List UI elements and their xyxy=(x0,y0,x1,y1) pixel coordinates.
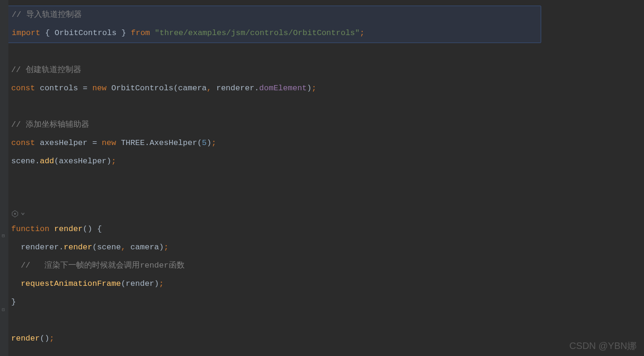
code-editor[interactable]: // 导入轨道控制器 import { OrbitControls } from… xyxy=(0,0,644,348)
constructor-name: OrbitControls xyxy=(111,82,173,95)
keyword-function: function xyxy=(11,223,54,236)
code-line-empty[interactable] xyxy=(8,98,644,116)
function-name: render xyxy=(54,223,83,236)
code-line-empty[interactable] xyxy=(8,312,644,330)
code-line-empty[interactable] xyxy=(8,189,644,207)
identifier: axesHelper xyxy=(40,137,92,150)
identifier: render xyxy=(126,277,154,291)
code-line[interactable]: } xyxy=(8,293,644,312)
code-line[interactable]: import { OrbitControls } from "three/exa… xyxy=(9,24,541,43)
code-line[interactable]: requestAnimationFrame(render); xyxy=(8,275,644,293)
code-line[interactable]: const controls = new OrbitControls(camer… xyxy=(8,80,644,98)
code-line-empty[interactable] xyxy=(8,43,644,61)
number-literal: 5 xyxy=(202,137,207,150)
identifier: OrbitControls xyxy=(55,27,117,40)
code-line[interactable]: render(); xyxy=(8,330,644,348)
method-name: requestAnimationFrame xyxy=(21,277,121,291)
keyword-import: import xyxy=(12,27,40,40)
keyword-const: const xyxy=(11,82,40,95)
keyword-from: from xyxy=(131,27,150,40)
identifier: controls xyxy=(40,82,83,95)
code-line[interactable]: function render() { xyxy=(8,220,644,239)
method-name: render xyxy=(64,241,92,254)
string-literal: "three/examples/jsm/controls/OrbitContro… xyxy=(155,27,360,40)
keyword-new: new xyxy=(92,82,111,95)
identifier: renderer xyxy=(21,241,59,254)
code-line-empty[interactable] xyxy=(8,171,644,189)
method-name: add xyxy=(40,155,54,168)
chevron-down-icon xyxy=(21,211,25,216)
comment-text: // 添加坐标轴辅助器 xyxy=(11,118,89,132)
code-hint-icon[interactable] xyxy=(11,210,25,218)
code-content: // 导入轨道控制器 import { OrbitControls } from… xyxy=(8,0,644,348)
method-name: render xyxy=(11,332,40,346)
identifier: scene xyxy=(97,241,121,254)
keyword-new: new xyxy=(102,137,121,150)
code-line-hint[interactable] xyxy=(8,207,644,220)
identifier: scene xyxy=(11,155,35,168)
svg-point-0 xyxy=(14,213,16,215)
code-line[interactable]: scene.add(axesHelper); xyxy=(8,153,644,171)
code-line[interactable]: // 渲染下一帧的时候就会调用render函数 xyxy=(8,257,644,275)
comment-text: // 导入轨道控制器 xyxy=(12,8,82,22)
code-line[interactable]: const axesHelper = new THREE.AxesHelper(… xyxy=(8,134,644,153)
identifier: renderer xyxy=(216,82,255,95)
property-name: domElement xyxy=(259,82,307,95)
fold-minus-icon[interactable]: ⊟ xyxy=(2,233,5,239)
identifier: THREE xyxy=(121,137,145,150)
code-line[interactable]: // 添加坐标轴辅助器 xyxy=(8,116,644,134)
constructor-name: AxesHelper xyxy=(150,137,197,150)
code-line[interactable]: // 创建轨道控制器 xyxy=(8,61,644,80)
comment-text: // 创建轨道控制器 xyxy=(11,64,81,77)
identifier: camera xyxy=(130,241,159,254)
watermark-text: CSDN @YBN娜 xyxy=(569,340,637,352)
highlighted-selection: // 导入轨道控制器 import { OrbitControls } from… xyxy=(7,6,541,43)
fold-end-icon[interactable]: ⊡ xyxy=(2,307,5,312)
comment-text: // 渲染下一帧的时候就会调用render函数 xyxy=(21,259,184,273)
identifier: camera xyxy=(178,82,207,95)
identifier: axesHelper xyxy=(59,155,107,168)
keyword-const: const xyxy=(11,137,40,150)
editor-gutter xyxy=(0,0,8,356)
code-line[interactable]: // 导入轨道控制器 xyxy=(9,6,541,24)
code-line[interactable]: renderer.render(scene, camera); xyxy=(8,239,644,257)
